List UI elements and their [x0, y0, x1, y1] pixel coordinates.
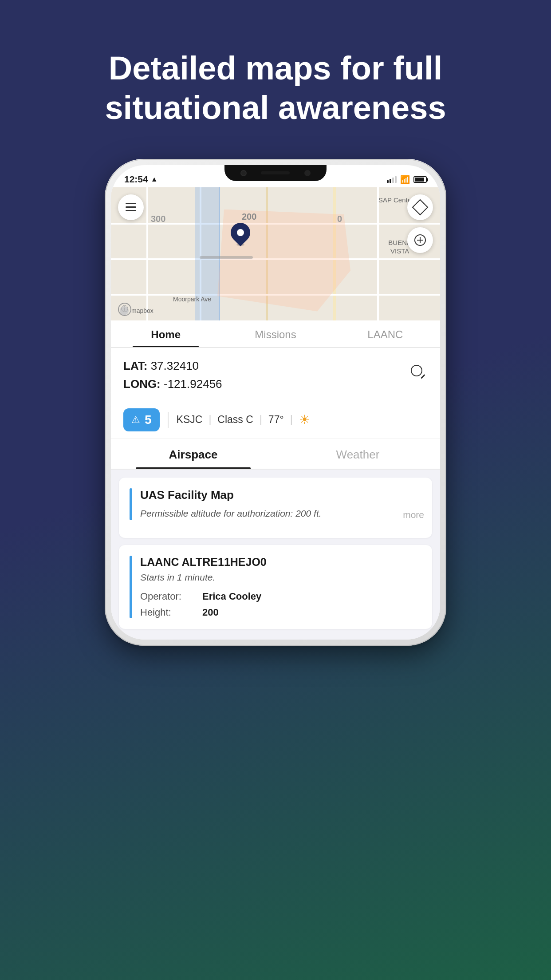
map-area[interactable]: 300 200 0 SAP Center BUENAVISTA Moorpark… [111, 187, 440, 320]
temperature: 77° [268, 414, 284, 426]
tab-missions[interactable]: Missions [220, 320, 330, 347]
lat-label: LAT: [123, 359, 147, 372]
signal-icon [387, 176, 397, 183]
card2-body: LAANC ALTRE11HEJO0 Starts in 1 minute. O… [140, 556, 421, 618]
card1-body: UAS Facility Map Permissible altitude fo… [140, 488, 421, 521]
sep2: | [260, 414, 262, 426]
info-icon[interactable]: ⓘ [118, 303, 131, 316]
tab-home[interactable]: Home [111, 320, 220, 347]
card2-subtitle: Starts in 1 minute. [140, 572, 421, 583]
secondary-tab-bar: Airspace Weather [111, 439, 440, 470]
search-button[interactable] [405, 360, 428, 382]
height-row: Height: 200 [140, 607, 421, 618]
wifi-icon: 📶 [400, 175, 410, 185]
laanc-card: LAANC ALTRE11HEJO0 Starts in 1 minute. O… [119, 545, 432, 629]
hamburger-icon [126, 203, 136, 205]
uas-facility-card: UAS Facility Map Permissible altitude fo… [119, 478, 432, 538]
hamburger-icon [126, 206, 136, 208]
card1-accent [130, 488, 132, 521]
front-camera [240, 170, 247, 176]
operator-label: Operator: [140, 591, 198, 602]
crosshair-icon [414, 234, 426, 246]
location-arrow-icon: ▲ [151, 175, 158, 183]
warning-icon: ⚠ [131, 414, 140, 426]
location-button[interactable] [407, 227, 433, 253]
operator-row: Operator: Erica Cooley [140, 591, 421, 602]
alert-bar: ⚠ 5 KSJC | Class C | 77° | ☀ [111, 401, 440, 439]
sep1: | [209, 414, 211, 426]
divider [168, 412, 169, 428]
tab-weather[interactable]: Weather [276, 439, 440, 469]
long-value: -121.92456 [164, 377, 222, 391]
coordinates-row: LAT: 37.32410 LONG: -121.92456 [111, 348, 440, 401]
battery-icon [413, 176, 427, 183]
height-label: Height: [140, 607, 198, 618]
content-area: UAS Facility Map Permissible altitude fo… [111, 470, 440, 640]
layers-button[interactable] [407, 194, 433, 220]
airspace-class: Class C [217, 414, 253, 426]
search-icon [411, 365, 422, 376]
notch [224, 165, 327, 181]
more-button[interactable]: more [403, 510, 424, 520]
tab-airspace[interactable]: Airspace [111, 439, 276, 469]
operator-value: Erica Cooley [202, 591, 261, 602]
card2-title: LAANC ALTRE11HEJO0 [140, 556, 421, 569]
card2-accent [130, 556, 132, 618]
sensor [304, 170, 311, 176]
hamburger-icon [126, 210, 136, 211]
long-label: LONG: [123, 377, 161, 391]
tab-laanc[interactable]: LAANC [331, 320, 440, 347]
card1-title: UAS Facility Map [140, 488, 421, 502]
alert-count: 5 [145, 413, 152, 427]
airport-info: KSJC | Class C | 77° | ☀ [177, 412, 310, 427]
alt-label-0: 0 [337, 214, 342, 224]
phone-frame: 12:54 ▲ 📶 [105, 159, 446, 646]
height-value: 200 [202, 607, 219, 618]
alert-badge[interactable]: ⚠ 5 [123, 408, 160, 431]
speaker [261, 171, 290, 174]
menu-button[interactable] [118, 194, 144, 220]
card1-description: Permissible altitude for authorization: … [140, 506, 421, 521]
status-time: 12:54 [124, 174, 148, 185]
alt-label-300: 300 [151, 214, 165, 224]
sep3: | [290, 414, 293, 426]
lat-value: 37.32410 [151, 359, 199, 372]
main-tab-bar: Home Missions LAANC [111, 320, 440, 348]
sun-icon: ☀ [299, 412, 310, 427]
headline: Detailed maps for full situational aware… [0, 49, 551, 128]
alt-label-200: 200 [242, 212, 256, 222]
map-pin [231, 223, 250, 246]
airport-code: KSJC [177, 414, 203, 426]
layers-icon [412, 199, 429, 215]
moorpark-label: Moorpark Ave [173, 296, 211, 303]
phone-screen: 12:54 ▲ 📶 [111, 165, 440, 640]
